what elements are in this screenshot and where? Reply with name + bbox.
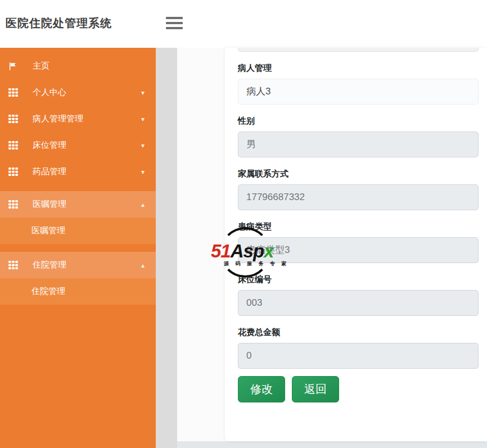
flag-icon: [8, 62, 23, 71]
family-contact-field: 17796687332: [238, 184, 479, 210]
sidebar-subitem-hospitalization-management[interactable]: 住院管理: [0, 278, 156, 305]
field-label-family-contact: 家属联系方式: [238, 169, 479, 180]
patient-name-field[interactable]: 病人3: [238, 79, 479, 105]
form-group-bed-number: 床位编号 003: [238, 274, 479, 316]
sidebar-subitem-label: 住院管理: [31, 286, 65, 297]
sidebar-item-label: 床位管理: [33, 140, 141, 151]
sidebar-subitem-medical-order-management[interactable]: 医嘱管理: [0, 218, 156, 244]
grid-icon: [8, 115, 23, 123]
sidebar-item-drug-management[interactable]: 药品管理 ▾: [0, 159, 156, 185]
field-label-gender: 性别: [238, 116, 479, 127]
field-label-patient: 病人管理: [238, 63, 479, 74]
form-group-gender: 性别 男: [238, 116, 479, 157]
chevron-down-icon: ▾: [141, 168, 145, 176]
app-window: 医院住院处管理系统 主页 个人中心 ▾ 病人管理管理 ▾: [0, 0, 487, 448]
field-label-bed-number: 床位编号: [238, 274, 479, 286]
sidebar-item-label: 药品管理: [33, 166, 141, 177]
sidebar-item-label: 主页: [33, 61, 156, 71]
field-label-total-cost: 花费总金额: [238, 327, 479, 338]
sidebar-item-label: 病人管理管理: [33, 114, 141, 124]
form-group-total-cost: 花费总金额 0: [238, 327, 479, 369]
chevron-down-icon: ▾: [141, 89, 145, 97]
form-actions: 修改 返回: [238, 376, 479, 402]
sidebar-content-gutter: [156, 48, 177, 448]
sidebar-item-personal-center[interactable]: 个人中心 ▾: [0, 79, 156, 106]
grid-icon: [8, 261, 23, 269]
grid-icon: [8, 88, 23, 97]
form-group-family-contact: 家属联系方式 17796687332: [238, 169, 479, 210]
disease-type-field: 患病类型3: [238, 237, 479, 263]
app-title: 医院住院处管理系统: [6, 16, 112, 31]
form-group-patient: 病人管理 病人3: [238, 63, 479, 105]
sidebar-nav: 主页 个人中心 ▾ 病人管理管理 ▾ 床位管理 ▾: [0, 48, 156, 448]
form-group-disease-type: 患病类型 患病类型3: [238, 221, 479, 263]
grid-icon: [8, 168, 23, 176]
grid-icon: [8, 200, 23, 209]
grid-icon: [8, 141, 23, 150]
sidebar-item-label: 医嘱管理: [33, 199, 141, 210]
sidebar-item-bed-management[interactable]: 床位管理 ▾: [0, 132, 156, 159]
total-cost-field: 0: [238, 343, 479, 369]
chevron-down-icon: ▾: [141, 142, 145, 150]
detail-form-card: 病人管理 病人3 性别 男 家属联系方式 17796687332 患病类型 患病…: [225, 48, 487, 441]
bed-number-field: 003: [238, 290, 479, 316]
footer-strip: [177, 441, 487, 448]
sidebar-item-hospitalization-management[interactable]: 住院管理 ▴: [0, 252, 156, 278]
chevron-up-icon: ▴: [141, 201, 145, 209]
sidebar-item-medical-order-management[interactable]: 医嘱管理 ▴: [0, 191, 156, 218]
scrolled-input-fragment: [238, 48, 479, 52]
modify-button[interactable]: 修改: [238, 376, 285, 402]
sidebar-subitem-label: 医嘱管理: [31, 225, 65, 236]
chevron-down-icon: ▾: [141, 115, 145, 123]
sidebar-item-label: 个人中心: [33, 87, 141, 98]
sidebar-item-patient-management[interactable]: 病人管理管理 ▾: [0, 106, 156, 132]
back-button[interactable]: 返回: [292, 376, 339, 402]
field-label-disease-type: 患病类型: [238, 221, 479, 233]
top-navbar: 医院住院处管理系统: [0, 0, 487, 48]
sidebar-item-home[interactable]: 主页: [0, 53, 156, 79]
chevron-up-icon: ▴: [141, 261, 145, 269]
sidebar-item-label: 住院管理: [33, 260, 141, 270]
hamburger-menu-icon[interactable]: [166, 17, 184, 30]
gender-field: 男: [238, 132, 479, 157]
